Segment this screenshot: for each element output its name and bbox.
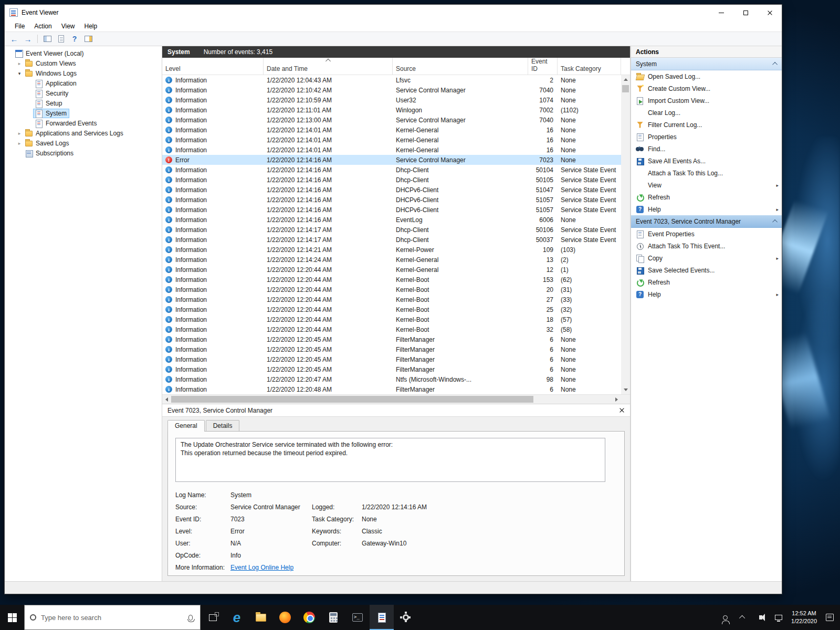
event-row[interactable]: iInformation1/22/2020 12:14:16 AMDhcp-Cl… <box>162 165 621 175</box>
action-refresh[interactable]: Refresh <box>631 191 782 203</box>
event-row[interactable]: iInformation1/22/2020 12:20:44 AMKernel-… <box>162 324 621 334</box>
horizontal-scroll-track[interactable] <box>533 395 612 404</box>
preview-close-icon[interactable] <box>619 407 625 413</box>
menu-item-view[interactable]: View <box>57 23 80 30</box>
vertical-scroll-thumb[interactable] <box>622 85 629 92</box>
action-group-header-system[interactable]: System <box>631 58 782 70</box>
taskbar-event-viewer-button[interactable] <box>370 605 394 630</box>
start-button[interactable] <box>0 605 24 630</box>
scroll-right-button[interactable] <box>612 395 621 404</box>
tree-item-windows-logs[interactable]: ▾Windows Logs <box>5 68 162 78</box>
event-row[interactable]: iInformation1/22/2020 12:14:21 AMKernel-… <box>162 245 621 255</box>
action-view[interactable]: View▸ <box>631 179 782 191</box>
collapsed-chevron-icon[interactable]: ▸ <box>16 131 23 136</box>
action-open-saved-log[interactable]: Open Saved Log... <box>631 70 782 82</box>
menu-item-help[interactable]: Help <box>80 23 102 30</box>
help-button[interactable]: ? <box>69 34 80 44</box>
event-description-box[interactable]: The Update Orchestrator Service service … <box>175 438 605 482</box>
event-row[interactable]: iInformation1/22/2020 12:20:45 AMFilterM… <box>162 344 621 354</box>
tab-details[interactable]: Details <box>206 420 240 431</box>
action-find[interactable]: Find... <box>631 143 782 155</box>
close-button[interactable] <box>758 5 782 20</box>
back-button[interactable]: ← <box>9 34 19 44</box>
network-button[interactable] <box>773 610 784 625</box>
action-help[interactable]: Help▸ <box>631 203 782 215</box>
action-properties[interactable]: Properties <box>631 131 782 143</box>
event-row[interactable]: iInformation1/22/2020 12:20:47 AMNtfs (M… <box>162 374 621 384</box>
event-row[interactable]: iInformation1/22/2020 12:14:16 AMDhcp-Cl… <box>162 175 621 185</box>
event-row[interactable]: iInformation1/22/2020 12:14:16 AMDHCPv6-… <box>162 195 621 205</box>
volume-button[interactable] <box>755 610 766 625</box>
tree-item-custom-views[interactable]: ▸Custom Views <box>5 58 162 68</box>
event-row[interactable]: iInformation1/22/2020 12:14:01 AMKernel-… <box>162 125 621 135</box>
tree-item-saved-logs[interactable]: ▸Saved Logs <box>5 138 162 148</box>
action-group-header-event-7023-service-control-manager[interactable]: Event 7023, Service Control Manager <box>631 215 782 228</box>
taskbar-firefox-button[interactable] <box>273 605 297 630</box>
event-row[interactable]: iInformation1/22/2020 12:14:17 AMDhcp-Cl… <box>162 225 621 235</box>
event-row[interactable]: iInformation1/22/2020 12:14:01 AMKernel-… <box>162 135 621 145</box>
taskbar-chrome-button[interactable] <box>297 605 321 630</box>
collapse-chevron-icon[interactable] <box>772 219 778 225</box>
event-row[interactable]: iInformation1/22/2020 12:20:45 AMFilterM… <box>162 354 621 364</box>
event-row[interactable]: iInformation1/22/2020 12:14:17 AMDhcp-Cl… <box>162 235 621 245</box>
column-header-source[interactable]: Source <box>393 58 528 75</box>
hidden-icons-button[interactable] <box>738 610 748 625</box>
event-row[interactable]: iInformation1/22/2020 12:20:44 AMKernel-… <box>162 295 621 304</box>
tree-item-forwarded-events[interactable]: Forwarded Events <box>5 118 162 128</box>
tree-item-subscriptions[interactable]: Subscriptions <box>5 148 162 158</box>
taskbar-edge-button[interactable] <box>225 605 249 630</box>
column-header-level[interactable]: Level <box>162 58 264 75</box>
event-row[interactable]: iInformation1/22/2020 12:20:44 AMKernel-… <box>162 285 621 295</box>
column-header-event-id[interactable]: Event ID <box>528 58 558 75</box>
action-attach-task-to-this-event[interactable]: Attach Task To This Event... <box>631 240 782 252</box>
action-refresh[interactable]: Refresh <box>631 276 782 288</box>
column-header-date-and-time[interactable]: Date and Time <box>264 58 393 75</box>
event-row[interactable]: iInformation1/22/2020 12:10:42 AMService… <box>162 85 621 95</box>
event-row[interactable]: iInformation1/22/2020 12:04:43 AMLfsvc2N… <box>162 75 621 85</box>
event-row[interactable]: iInformation1/22/2020 12:14:16 AMEventLo… <box>162 215 621 225</box>
forward-button[interactable]: → <box>23 34 33 44</box>
maximize-button[interactable] <box>733 5 758 20</box>
action-save-all-events-as[interactable]: Save All Events As... <box>631 155 782 167</box>
taskbar-settings-button[interactable] <box>394 605 418 630</box>
tree-item-applications-and-services-logs[interactable]: ▸Applications and Services Logs <box>5 128 162 138</box>
event-row[interactable]: iInformation1/22/2020 12:20:48 AMFilterM… <box>162 384 621 394</box>
export-list-button[interactable] <box>56 34 66 44</box>
event-row[interactable]: iInformation1/22/2020 12:10:59 AMUser321… <box>162 95 621 105</box>
event-row[interactable]: iInformation1/22/2020 12:14:16 AMDHCPv6-… <box>162 205 621 215</box>
scroll-left-button[interactable] <box>162 395 171 404</box>
task-view-button[interactable] <box>201 605 225 630</box>
action-copy[interactable]: Copy▸ <box>631 252 782 264</box>
action-clear-log[interactable]: Clear Log... <box>631 107 782 119</box>
tree-item-event-viewer-local[interactable]: Event Viewer (Local) <box>5 48 162 58</box>
event-row[interactable]: iInformation1/22/2020 12:20:44 AMKernel-… <box>162 265 621 275</box>
action-center-button[interactable] <box>824 610 835 625</box>
action-help[interactable]: Help▸ <box>631 288 782 300</box>
collapse-chevron-icon[interactable] <box>772 62 778 67</box>
event-row[interactable]: !Error1/22/2020 12:14:16 AMService Contr… <box>162 155 621 165</box>
collapsed-chevron-icon[interactable]: ▸ <box>16 61 23 66</box>
event-row[interactable]: iInformation1/22/2020 12:20:45 AMFilterM… <box>162 334 621 344</box>
minimize-button[interactable] <box>709 5 733 20</box>
tree-item-security[interactable]: Security <box>5 88 162 98</box>
tree-item-system[interactable]: System <box>5 108 162 118</box>
action-save-selected-events[interactable]: Save Selected Events... <box>631 264 782 276</box>
action-create-custom-view[interactable]: Create Custom View... <box>631 82 782 94</box>
tree-item-setup[interactable]: Setup <box>5 98 162 108</box>
action-import-custom-view[interactable]: Import Custom View... <box>631 94 782 107</box>
menu-item-action[interactable]: Action <box>29 23 56 30</box>
event-row[interactable]: iInformation1/22/2020 12:20:44 AMKernel-… <box>162 304 621 314</box>
taskbar-calculator-button[interactable] <box>321 605 345 630</box>
tree-item-application[interactable]: Application <box>5 78 162 88</box>
scroll-up-button[interactable] <box>621 75 630 84</box>
event-row[interactable]: iInformation1/22/2020 12:11:01 AMWinlogo… <box>162 105 621 115</box>
vertical-scrollbar[interactable] <box>621 75 630 394</box>
event-row[interactable]: iInformation1/22/2020 12:14:24 AMKernel-… <box>162 255 621 265</box>
taskbar-search-box[interactable]: Type here to search <box>24 605 201 630</box>
horizontal-scrollbar[interactable] <box>162 394 630 404</box>
taskbar-clock[interactable]: 12:52 AM 1/22/2020 <box>791 610 817 625</box>
expanded-chevron-icon[interactable]: ▾ <box>16 71 23 76</box>
event-log-online-help-link[interactable]: Event Log Online Help <box>230 564 312 571</box>
scroll-down-button[interactable] <box>621 385 630 394</box>
show-action-pane-button[interactable] <box>83 34 93 44</box>
